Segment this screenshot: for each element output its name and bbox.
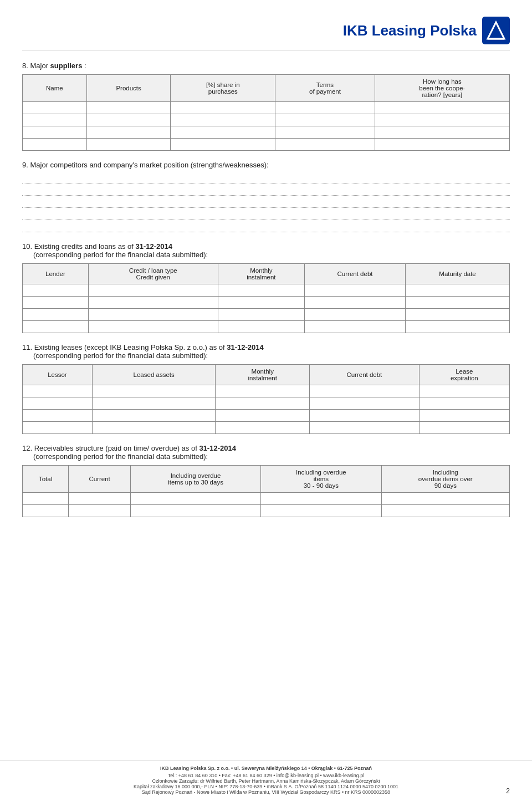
credits-col-instalment: Monthly instalment <box>218 264 304 284</box>
receivables-col-total: Total <box>23 466 69 493</box>
credits-col-maturity: Maturity date <box>406 264 510 284</box>
footer-board: Członkowie Zarządu: dr Wilfried Barth, P… <box>22 778 510 784</box>
section-9-lines <box>22 174 510 232</box>
dotted-line-2 <box>22 186 510 196</box>
leases-col-instalment: Monthly instalment <box>216 365 310 385</box>
receivables-table: Total Current Including overdue items up… <box>22 465 510 517</box>
credits-col-lender: Lender <box>23 264 89 284</box>
leases-table: Lessor Leased assets Monthly instalment … <box>22 364 510 434</box>
dotted-line-3 <box>22 198 510 208</box>
section-9-heading: 9. Major competitors and company's marke… <box>22 161 510 169</box>
receivables-col-over90: Including overdue items over 90 days <box>381 466 509 493</box>
leases-col-lessor: Lessor <box>23 365 93 385</box>
logo-area: IKB Leasing Polska <box>343 17 510 44</box>
suppliers-col-terms: Terms of payment <box>275 75 375 102</box>
dotted-line-5 <box>22 222 510 232</box>
logo-icon <box>482 17 510 44</box>
receivables-col-30days: Including overdue items up to 30 days <box>130 466 260 493</box>
page-number: 2 <box>506 787 510 795</box>
logo-text: IKB Leasing Polska <box>343 22 477 39</box>
suppliers-col-name: Name <box>23 75 87 102</box>
footer-company: IKB Leasing Polska Sp. z o.o. • ul. Sewe… <box>22 766 510 771</box>
section-8-heading: 8. Major suppliers : <box>22 62 510 70</box>
page-header: IKB Leasing Polska <box>22 17 510 50</box>
footer-capital: Kapitał zakładowy 16.000.000,- PLN • NIP… <box>22 784 510 789</box>
suppliers-col-share: [%] share in purchases <box>171 75 275 102</box>
leases-col-expiration: Lease expiration <box>419 365 509 385</box>
footer-court: Sąd Rejonowy Poznań - Nowe Miasto i Wild… <box>22 789 510 795</box>
section-11-heading: 11. Existing leases (except IKB Leasing … <box>22 343 510 360</box>
footer-tel: Tel.: +48 61 84 60 310 • Fax: +48 61 84 … <box>22 773 510 778</box>
receivables-col-current: Current <box>69 466 131 493</box>
dotted-line-1 <box>22 174 510 183</box>
suppliers-col-products: Products <box>86 75 171 102</box>
section-10-heading: 10. Existing credits and loans as of 31-… <box>22 242 510 259</box>
suppliers-col-cooperation: How long has been the coope- ration? [ye… <box>375 75 509 102</box>
section-12-heading: 12. Receivables structure (paid on time/… <box>22 444 510 461</box>
leases-col-debt: Current debt <box>310 365 420 385</box>
credits-col-debt: Current debt <box>304 264 405 284</box>
suppliers-table: Name Products [%] share in purchases Ter… <box>22 74 510 151</box>
dotted-line-4 <box>22 210 510 220</box>
leases-col-assets: Leased assets <box>92 365 216 385</box>
credits-col-type: Credit / loan type Credit given <box>88 264 218 284</box>
credits-table: Lender Credit / loan type Credit given M… <box>22 263 510 333</box>
footer: IKB Leasing Polska Sp. z o.o. • ul. Sewe… <box>0 761 532 795</box>
receivables-col-30-90: Including overdue items 30 - 90 days <box>261 466 381 493</box>
